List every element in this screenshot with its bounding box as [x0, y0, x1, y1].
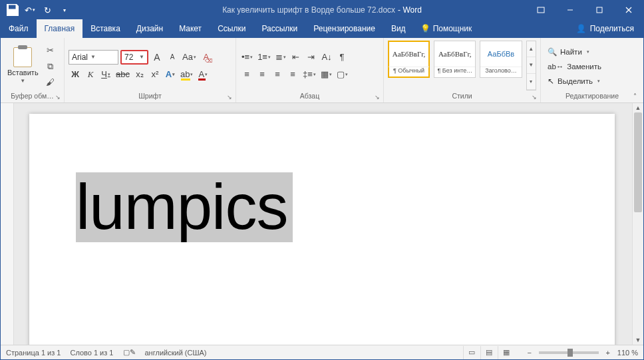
redo-icon[interactable]: ↻ [39, 2, 55, 18]
multilevel-list-button[interactable]: ≣▾ [274, 50, 287, 65]
tell-me-search[interactable]: 💡 Помощник [414, 19, 479, 38]
select-button[interactable]: ↖Выделить▾ [545, 75, 604, 88]
zoom-level[interactable]: 110 % [617, 349, 638, 357]
scroll-up-icon[interactable]: ▲ [633, 103, 643, 112]
strikethrough-button[interactable]: abc [114, 67, 131, 82]
replace-button[interactable]: ab↔Заменить [545, 60, 604, 73]
group-font: Arial▼ 72▼ A A Aa▾ A⌫ Ж К Ч▾ abc x₂ x² A… [65, 38, 236, 102]
chevron-down-icon[interactable]: ▼ [90, 54, 96, 60]
style-heading1[interactable]: АаБбВв Заголово… [480, 41, 522, 78]
styles-expand-icon[interactable]: ▾ [527, 74, 536, 90]
scroll-down-icon[interactable]: ▼ [633, 335, 643, 345]
shrink-font-button[interactable]: A [166, 50, 179, 65]
style-no-spacing[interactable]: АаБбВвГг, ¶ Без инте… [434, 41, 476, 78]
borders-button[interactable]: ▢▾ [335, 67, 349, 82]
close-icon[interactable] [614, 1, 643, 19]
clipboard-icon [13, 47, 32, 67]
tell-me-label: Помощник [433, 24, 472, 33]
format-painter-button[interactable]: 🖌 [44, 76, 57, 89]
tab-file[interactable]: Файл [1, 19, 37, 38]
tab-mailings[interactable]: Рассылки [253, 19, 305, 38]
share-button[interactable]: 👤 Поделиться [567, 19, 643, 38]
maximize-icon[interactable] [585, 1, 614, 19]
document-text[interactable]: lumpics [76, 172, 293, 242]
status-words[interactable]: Слово 1 из 1 [70, 349, 113, 357]
style-name: ¶ Обычный [389, 67, 429, 77]
numbering-button[interactable]: 1≡▾ [256, 50, 272, 65]
sort-button[interactable]: A↓ [320, 50, 333, 65]
underline-button[interactable]: Ч▾ [99, 67, 112, 82]
align-center-button[interactable]: ≡ [255, 67, 269, 82]
superscript-button[interactable]: x² [148, 67, 162, 82]
dialog-launcher-icon[interactable]: ↘ [226, 93, 234, 101]
styles-scroll-up-icon[interactable]: ▲ [527, 41, 536, 57]
show-marks-button[interactable]: ¶ [335, 50, 349, 65]
clear-formatting-button[interactable]: A⌫ [200, 50, 213, 65]
vertical-scrollbar[interactable]: ▲ ▼ [632, 103, 643, 345]
ribbon-display-icon[interactable] [526, 1, 556, 19]
chevron-down-icon[interactable]: ▼ [20, 78, 25, 84]
group-paragraph: •≡▾ 1≡▾ ≣▾ ⇤ ⇥ A↓ ¶ ≡ ≡ ≡ ≡ ‡≡▾ ▦▾ ▢▾ [236, 38, 384, 102]
copy-button[interactable]: ⧉ [44, 60, 57, 73]
page[interactable]: lumpics [29, 114, 615, 345]
paste-button[interactable]: Вставить ▼ [5, 46, 41, 85]
chevron-down-icon[interactable]: ▼ [139, 54, 144, 60]
styles-scroll-down-icon[interactable]: ▼ [527, 57, 536, 73]
highlight-button[interactable]: ab▾ [179, 67, 194, 82]
save-icon[interactable] [5, 2, 21, 18]
align-left-button[interactable]: ≡ [240, 67, 253, 82]
svg-rect-0 [538, 7, 544, 13]
bold-button[interactable]: Ж [69, 67, 82, 82]
dialog-launcher-icon[interactable]: ↘ [54, 93, 62, 101]
vertical-ruler[interactable] [1, 103, 14, 345]
status-language[interactable]: английский (США) [145, 349, 207, 357]
increase-indent-button[interactable]: ⇥ [305, 50, 318, 65]
italic-button[interactable]: К [84, 67, 97, 82]
tab-layout[interactable]: Макет [171, 19, 210, 38]
tab-references[interactable]: Ссылки [210, 19, 253, 38]
change-case-button[interactable]: Aa▾ [181, 50, 198, 65]
text-effects-button[interactable]: A▾ [164, 67, 177, 82]
subscript-button[interactable]: x₂ [133, 67, 146, 82]
shading-button[interactable]: ▦▾ [319, 67, 333, 82]
align-right-button[interactable]: ≡ [271, 67, 284, 82]
style-preview: АаБбВвГг, [389, 41, 429, 67]
print-layout-icon[interactable]: ▤ [480, 346, 498, 359]
zoom-slider-thumb[interactable] [567, 349, 573, 357]
decrease-indent-button[interactable]: ⇤ [289, 50, 303, 65]
cut-button[interactable]: ✂ [44, 44, 57, 57]
justify-button[interactable]: ≡ [286, 67, 299, 82]
undo-icon[interactable]: ↶▾ [22, 2, 38, 18]
find-button[interactable]: 🔍Найти▾ [545, 45, 604, 59]
status-page[interactable]: Страница 1 из 1 [6, 349, 61, 357]
group-clipboard: Вставить ▼ ✂ ⧉ 🖌 Буфер обм…↘ [1, 38, 65, 102]
line-spacing-button[interactable]: ‡≡▾ [301, 67, 317, 82]
qat-customize-icon[interactable]: ▾ [57, 2, 73, 18]
dialog-launcher-icon[interactable]: ↘ [373, 93, 381, 101]
grow-font-button[interactable]: A [150, 50, 164, 65]
collapse-ribbon-icon[interactable]: ˄ [629, 90, 641, 101]
replace-icon: ab↔ [548, 63, 564, 71]
style-normal[interactable]: АаБбВвГг, ¶ Обычный [388, 41, 430, 78]
tab-review[interactable]: Рецензирование [305, 19, 383, 38]
bullets-button[interactable]: •≡▾ [240, 50, 254, 65]
zoom-in-button[interactable]: + [603, 349, 613, 357]
tab-view[interactable]: Вид [383, 19, 414, 38]
tab-insert[interactable]: Вставка [82, 19, 128, 38]
scrollbar-thumb[interactable] [634, 112, 642, 212]
font-name-combo[interactable]: Arial▼ [69, 50, 118, 65]
web-layout-icon[interactable]: ▦ [498, 346, 515, 359]
dialog-launcher-icon[interactable]: ↘ [530, 93, 538, 101]
group-label-editing: Редактирование [565, 92, 619, 100]
zoom-out-button[interactable]: − [524, 349, 535, 357]
minimize-icon[interactable] [556, 1, 585, 19]
lightbulb-icon: 💡 [420, 24, 430, 33]
font-size-combo[interactable]: 72▼ [120, 50, 148, 65]
share-label: Поделиться [590, 24, 634, 33]
font-color-button[interactable]: A▾ [196, 67, 210, 82]
tab-home[interactable]: Главная [37, 19, 83, 38]
tab-design[interactable]: Дизайн [128, 19, 171, 38]
zoom-slider[interactable] [539, 351, 599, 354]
read-mode-icon[interactable]: ▭ [463, 346, 480, 359]
status-proofing-icon[interactable]: ▢✎ [123, 348, 136, 357]
